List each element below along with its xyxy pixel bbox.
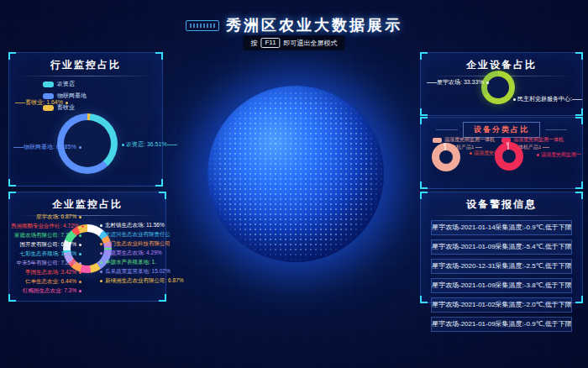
enterprise-label: 瓜果蔬菜直营基地: 15.02%	[100, 266, 165, 276]
header: 秀洲区农业大数据展示	[0, 15, 588, 35]
enterprise-label: 七彩生态养殖场: 1.72%	[11, 249, 81, 258]
page-title: 秀洲区农业大数据展示	[226, 15, 402, 35]
tip-prefix: 按	[250, 39, 257, 48]
legend-label: 农资店	[57, 80, 75, 88]
alarm-list: 星宇农场-2021-01-14采集温度:-0.9℃,低于下限:0℃ 星宇农场-2…	[421, 220, 582, 332]
enterprise-left-labels: 星宇农场: 6.87% 秀洲南鹅专业合作社: 4.72% 家庭农场有限公司: 7…	[11, 212, 81, 295]
legend-color-chip	[433, 138, 442, 143]
device-ratio-donut-chart[interactable]	[481, 71, 515, 104]
enterprise-label: 稻门生态农业科技有限公司	[100, 239, 165, 248]
alarm-row: 星宇农场-2021-01-09采集温度:-3.8℃,低于下限:0℃	[431, 278, 572, 293]
legend-color-chip	[43, 81, 54, 87]
enterprise-label: 季国生态农场: 3.42%	[11, 267, 81, 276]
divider	[18, 76, 154, 76]
industry-callout-iot: 物联网基地: 61.85%	[11, 143, 60, 151]
alarm-row: 星宇农场-2020-12-31采集温度:-2.5℃,低于下限:0℃	[431, 259, 572, 274]
enterprise-label: 新绿洲生态农业有限公司: 6.87%	[100, 276, 165, 285]
industry-callout-livestock: 畜牧业: 1.64%	[9, 98, 68, 107]
industry-legend: 农资店 物联网基地 畜牧业	[43, 80, 87, 115]
category-left-donut-chart[interactable]	[432, 143, 460, 171]
enterprise-label: 中禾5年有限公司: 7.29%	[11, 258, 81, 267]
enterprise-panel-title: 企业监控占比	[9, 197, 165, 212]
enterprise-label: 丰源水产养殖基地: 1.	[100, 257, 165, 266]
enterprise-right-labels: 北村镇生态农场: 11.56% 大运河生态农业有限责任公 稻门生态农业科技有限公…	[100, 220, 165, 285]
dashboard-page: 秀洲区农业大数据展示 按 F11 即可退出全屏模式 行业监控占比 农资店 物联网…	[0, 0, 588, 368]
enterprise-label: 星宇农场: 6.87%	[11, 212, 81, 221]
enterprise-label: 大运河生态农业有限责任公	[100, 229, 165, 239]
alarm-row: 星宇农场-2021-01-14采集温度:-0.9℃,低于下限:0℃	[431, 220, 572, 235]
f11-key-badge: F11	[260, 38, 280, 48]
industry-monitor-panel: 行业监控占比 农资店 物联网基地 畜牧业 畜牧业: 1.64%	[8, 52, 163, 187]
enterprise-label: 国开发有限公司: 6.87%	[11, 239, 81, 249]
enterprise-label: 红梅园生态农业: 7.3%	[11, 286, 81, 295]
alarm-row: 星宇农场-2021-01-09采集温度:-0.9℃,低于下限:0℃	[431, 317, 572, 332]
device-callout-center: 民主村党群服务中心:	[513, 95, 585, 103]
header-logo-badge	[186, 20, 219, 31]
enterprise-monitor-panel: 企业监控占比 星宇农场: 6.87% 秀洲南鹅专业合作社: 4.72% 家庭农场…	[8, 192, 166, 302]
enterprise-label: 绿蔬菜生态农场: 4.29%	[100, 248, 165, 257]
divider	[429, 215, 574, 216]
globe-dot-texture	[207, 86, 384, 262]
category-right-callout: 温湿度光照监测一	[537, 151, 581, 159]
alarm-row: 星宇农场-2021-01-09采集温度:-5.4℃,低于下限:0℃	[431, 239, 572, 255]
tip-suffix: 即可退出全屏模式	[284, 39, 338, 48]
device-callout-farm: 星宇农场: 33.33%	[424, 78, 476, 87]
legend-label: 温湿度光照监测一体机	[444, 136, 495, 144]
legend-item[interactable]: 农资店	[43, 80, 87, 88]
enterprise-label: 仁丰生态农业: 6.44%	[11, 276, 81, 286]
legend-label: 温湿度光照监测一体机	[513, 136, 564, 144]
globe-visualization	[207, 86, 384, 262]
industry-callout-agristore: 农资店: 36.51%	[122, 140, 180, 149]
enterprise-label: 家庭农场有限公司: 7.72%	[11, 230, 81, 239]
alarm-panel: 设备警报信息 星宇农场-2021-01-14采集温度:-0.9℃,低于下限:0℃…	[420, 192, 583, 303]
category-right-donut-chart[interactable]	[495, 142, 523, 171]
device-category-panel: 设备分类占比 温湿度光照监测一体机 一体机产品1 温湿度光照监测一 温湿度光照监…	[420, 117, 583, 189]
device-ratio-panel: 企业设备占比 星宇农场: 33.33% 民主村党群服务中心:	[420, 52, 583, 116]
enterprise-label: 秀洲南鹅专业合作社: 4.72%	[11, 221, 81, 230]
enterprise-label: 北村镇生态农场: 11.56%	[100, 220, 165, 229]
alarm-panel-title: 设备警报信息	[421, 197, 582, 212]
industry-panel-title: 行业监控占比	[9, 58, 162, 72]
alarm-row: 星宇农场-2021-01-02采集温度:-2.0℃,低于下限:0℃	[431, 297, 572, 313]
fullscreen-tip: 按 F11 即可退出全屏模式	[243, 35, 344, 50]
